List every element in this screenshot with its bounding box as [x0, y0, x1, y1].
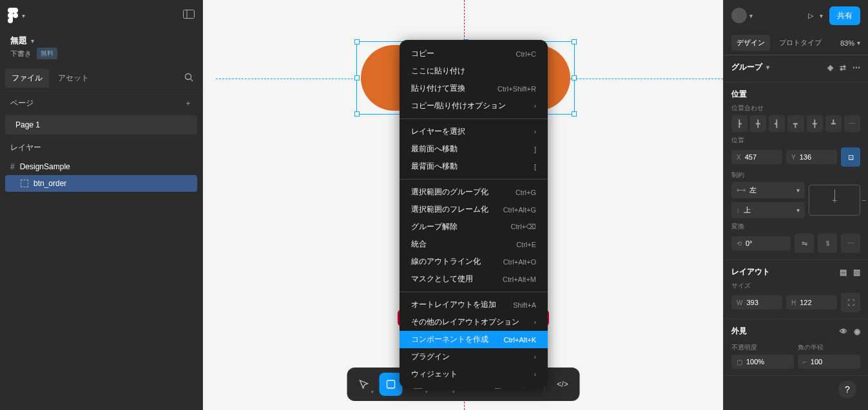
- svg-rect-4: [387, 380, 394, 388]
- align-right-button[interactable]: ┫: [769, 115, 785, 132]
- align-vcenter-button[interactable]: ╋: [807, 115, 823, 132]
- opacity-label: 不透明度: [731, 343, 794, 352]
- constraint-visual[interactable]: +−: [809, 185, 860, 216]
- align-top-button[interactable]: ┳: [787, 115, 804, 132]
- section-appearance: 外見 👁 ◉ 不透明度 ▢100% 角の半径 ⌐100: [724, 319, 868, 376]
- menu-flatten[interactable]: 統合Ctrl+E: [400, 236, 548, 253]
- layer-group-selected[interactable]: btn_order: [5, 175, 197, 192]
- menu-outline[interactable]: 線のアウトライン化Ctrl+Alt+O: [400, 253, 548, 270]
- menu-create-component[interactable]: コンポーネントを作成Ctrl+Alt+K: [400, 331, 548, 348]
- flip-h-button[interactable]: ⇋: [795, 234, 814, 253]
- y-input[interactable]: Y136: [786, 150, 837, 164]
- menu-ungroup[interactable]: グループ解除Ctrl+⌫: [400, 218, 548, 236]
- layer-frame[interactable]: # DesignSample: [0, 158, 202, 175]
- present-button[interactable]: ▷: [808, 12, 813, 20]
- right-toolbar: ▾ ▷ ▾ 共有: [724, 0, 868, 31]
- constraint-h-input[interactable]: ⟷左▾: [731, 182, 805, 198]
- tab-design[interactable]: デザイン: [731, 35, 770, 51]
- x-input[interactable]: X457: [731, 150, 782, 164]
- chevron-down-icon: ▾: [398, 389, 401, 395]
- width-input[interactable]: W393: [731, 295, 782, 310]
- menu-paste-here[interactable]: ここに貼り付け: [400, 62, 548, 80]
- chevron-right-icon: ›: [534, 353, 536, 360]
- file-title-row[interactable]: 無題 ▾: [0, 31, 202, 48]
- search-icon[interactable]: [180, 69, 197, 88]
- canvas[interactable]: ご コピーCtrl+C ここに貼り付け 貼り付けて置換Ctrl+Shift+R …: [203, 0, 723, 410]
- menu-bring-front[interactable]: 最前面へ移動]: [400, 140, 548, 158]
- resize-handle[interactable]: [572, 111, 577, 116]
- main-menu-button[interactable]: ▾: [8, 8, 25, 23]
- radius-input[interactable]: ⌐100: [798, 355, 860, 369]
- menu-plugins[interactable]: プラグイン›: [400, 348, 548, 366]
- chevron-right-icon: ›: [534, 371, 536, 378]
- frame-icon: #: [10, 162, 15, 171]
- menu-separator: [400, 292, 548, 292]
- menu-mask[interactable]: マスクとして使用Ctrl+Alt+M: [400, 270, 548, 288]
- transform-more-button[interactable]: ⋯: [841, 234, 860, 253]
- layer-frame-label: DesignSample: [20, 162, 70, 171]
- menu-layout-options[interactable]: その他のレイアウトオプション›: [400, 313, 548, 331]
- height-input[interactable]: H122: [786, 295, 837, 310]
- menu-separator: [400, 179, 548, 180]
- align-left-button[interactable]: ┣: [731, 115, 747, 132]
- tab-file[interactable]: ファイル: [5, 69, 49, 88]
- menu-select-layer[interactable]: レイヤーを選択›: [400, 123, 548, 140]
- menu-autolayout[interactable]: オートレイアウトを追加Shift+A: [400, 296, 548, 313]
- swap-icon[interactable]: ⇄: [840, 63, 846, 72]
- frame-tool[interactable]: ▾: [379, 373, 402, 396]
- constraint-v-input[interactable]: ↕上▾: [731, 202, 805, 218]
- avatar[interactable]: [731, 8, 747, 23]
- menu-frame-selection[interactable]: 選択範囲のフレーム化Ctrl+Alt+G: [400, 201, 548, 218]
- file-title: 無題: [10, 35, 27, 46]
- alignment-label: 位置合わせ: [731, 104, 860, 113]
- resize-handle[interactable]: [354, 111, 360, 116]
- page-item[interactable]: Page 1: [5, 115, 197, 135]
- menu-paste-replace[interactable]: 貼り付けて置換Ctrl+Shift+R: [400, 80, 548, 97]
- chevron-down-icon: ▾: [371, 389, 374, 395]
- align-more-button[interactable]: ⋯: [844, 115, 860, 132]
- autolayout-v-icon[interactable]: ▥: [853, 268, 860, 277]
- align-bottom-button[interactable]: ┻: [825, 115, 842, 132]
- menu-group[interactable]: 選択範囲のグループ化Ctrl+G: [400, 183, 548, 201]
- context-menu: コピーCtrl+C ここに貼り付け 貼り付けて置換Ctrl+Shift+R コピ…: [400, 40, 548, 388]
- svg-rect-0: [184, 10, 195, 19]
- resize-handle[interactable]: [572, 75, 577, 80]
- autolayout-h-icon[interactable]: ▤: [840, 268, 847, 277]
- pages-label: ページ: [10, 98, 34, 109]
- menu-widgets[interactable]: ウィジェット›: [400, 366, 548, 383]
- zoom-control[interactable]: 83%▾: [840, 39, 860, 47]
- resize-handle[interactable]: [354, 39, 360, 44]
- share-button[interactable]: 共有: [829, 6, 860, 25]
- menu-copy[interactable]: コピーCtrl+C: [400, 45, 548, 62]
- style-icon[interactable]: ◉: [854, 327, 860, 336]
- chevron-down-icon: ▾: [820, 12, 823, 19]
- move-tool[interactable]: ▾: [352, 373, 375, 396]
- chevron-down-icon: ▾: [452, 389, 455, 395]
- dev-mode-tool[interactable]: </>: [551, 373, 574, 396]
- visibility-icon[interactable]: 👁: [840, 327, 847, 336]
- resize-handle[interactable]: [572, 39, 577, 44]
- free-badge[interactable]: 無料: [37, 48, 57, 59]
- chevron-down-icon: ▾: [749, 12, 753, 19]
- menu-separator: [400, 118, 548, 119]
- component-icon[interactable]: ◈: [827, 63, 833, 72]
- layout-section-label: レイアウト: [731, 266, 770, 277]
- panel-toggle-icon[interactable]: [183, 10, 195, 21]
- add-page-button[interactable]: ＋: [184, 98, 192, 109]
- align-hcenter-button[interactable]: ╋: [750, 115, 766, 132]
- layers-header: レイヤー: [0, 135, 202, 158]
- help-button[interactable]: ?: [838, 380, 856, 398]
- abs-position-button[interactable]: ⊡: [841, 147, 860, 167]
- opacity-input[interactable]: ▢100%: [731, 355, 794, 369]
- resize-handle[interactable]: [354, 75, 360, 80]
- chevron-right-icon: ›: [534, 319, 536, 326]
- tab-prototype[interactable]: プロトタイプ: [774, 35, 827, 51]
- lock-aspect-button[interactable]: ⛶: [841, 293, 860, 312]
- tab-assets[interactable]: アセット: [52, 69, 95, 88]
- menu-paste-options[interactable]: コピー/貼り付けオプション›: [400, 97, 548, 115]
- menu-send-back[interactable]: 最背面へ移動[: [400, 158, 548, 175]
- rotation-input[interactable]: ⟲0°: [731, 236, 791, 250]
- more-icon[interactable]: ⋯: [853, 63, 860, 72]
- flip-v-button[interactable]: ⥮: [818, 234, 837, 253]
- group-title: グループ: [731, 62, 762, 73]
